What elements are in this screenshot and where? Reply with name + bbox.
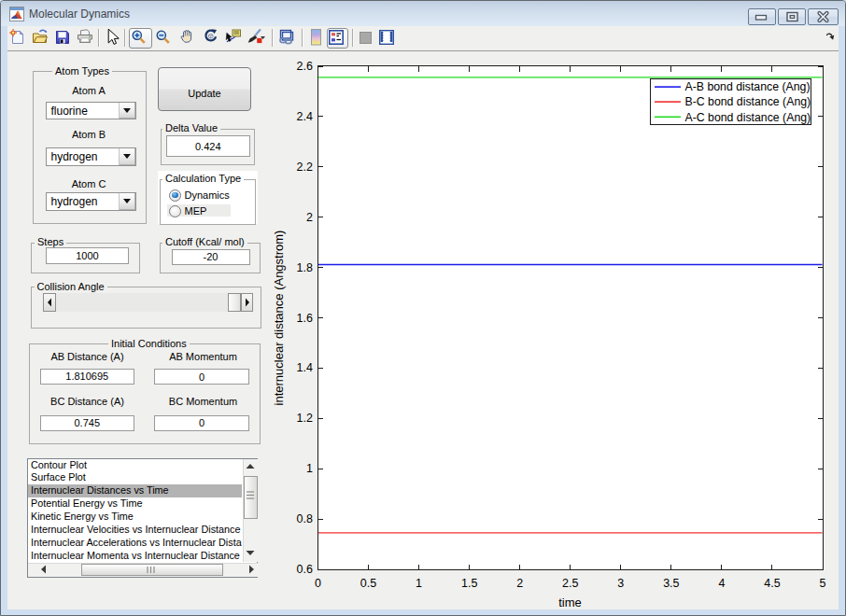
svg-text:2.6: 2.6: [297, 60, 313, 73]
svg-text:1.6: 1.6: [297, 312, 313, 325]
svg-text:0.6: 0.6: [297, 563, 313, 576]
svg-text:A-C bond distance (Ang): A-C bond distance (Ang): [685, 111, 811, 124]
svg-text:2.4: 2.4: [297, 110, 313, 123]
svg-text:0.5: 0.5: [360, 577, 376, 590]
svg-text:3.5: 3.5: [663, 577, 679, 590]
svg-text:2.5: 2.5: [562, 577, 578, 590]
svg-text:1.4: 1.4: [297, 361, 313, 374]
svg-text:1.8: 1.8: [297, 261, 313, 274]
svg-text:2.2: 2.2: [297, 161, 313, 174]
svg-text:3: 3: [617, 577, 624, 590]
svg-text:B-C bond distance (Ang): B-C bond distance (Ang): [685, 95, 811, 108]
svg-text:1.5: 1.5: [461, 577, 477, 590]
svg-text:4: 4: [718, 577, 725, 590]
svg-text:0.8: 0.8: [297, 512, 313, 525]
svg-text:2: 2: [516, 577, 523, 590]
svg-text:1: 1: [416, 577, 422, 590]
svg-text:5: 5: [820, 577, 826, 590]
svg-text:1.2: 1.2: [297, 412, 313, 425]
svg-text:1: 1: [306, 462, 313, 475]
svg-text:4.5: 4.5: [764, 577, 780, 590]
svg-text:0: 0: [315, 577, 321, 590]
svg-text:2: 2: [306, 211, 313, 224]
svg-text:time: time: [558, 595, 582, 609]
svg-text:internuclear distance (Angstro: internuclear distance (Angstrom): [272, 231, 286, 406]
svg-text:A-B bond distance (Ang): A-B bond distance (Ang): [685, 80, 811, 93]
